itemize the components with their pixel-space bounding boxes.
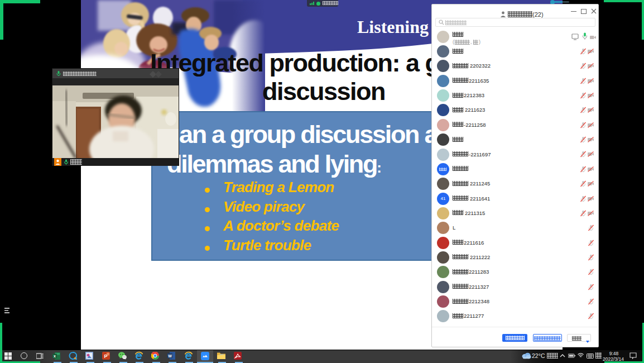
svg-text:W: W [168,354,172,358]
svg-text:x: x [54,354,56,358]
svg-text:P: P [104,354,107,359]
